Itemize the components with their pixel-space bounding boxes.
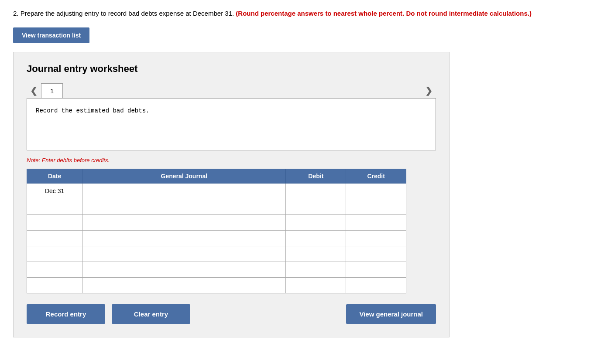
credit-input-4[interactable] <box>346 231 406 246</box>
table-row: Dec 31 <box>27 183 406 199</box>
credit-input-1[interactable] <box>346 184 406 199</box>
table-row <box>27 199 406 214</box>
buttons-row: Record entry Clear entry View general jo… <box>27 304 436 324</box>
tab-content-box: Record the estimated bad debts. <box>27 98 436 150</box>
table-row <box>27 246 406 262</box>
credit-cell-3[interactable] <box>346 214 406 230</box>
general-journal-cell-6[interactable] <box>82 262 286 277</box>
debit-cell-3[interactable] <box>286 214 346 230</box>
general-journal-input-1[interactable] <box>82 184 285 199</box>
debit-cell-7[interactable] <box>286 277 346 293</box>
col-header-general-journal: General Journal <box>82 169 286 183</box>
journal-table: Date General Journal Debit Credit Dec 31 <box>27 169 406 293</box>
date-cell-2 <box>27 199 82 214</box>
prev-tab-button[interactable]: ❮ <box>27 83 41 98</box>
general-journal-input-2[interactable] <box>82 199 285 214</box>
date-cell-4 <box>27 230 82 246</box>
debit-cell-6[interactable] <box>286 262 346 277</box>
debit-input-5[interactable] <box>286 246 346 262</box>
credit-input-3[interactable] <box>346 215 406 230</box>
tab-1[interactable]: 1 <box>41 83 63 98</box>
credit-cell-1[interactable] <box>346 183 406 199</box>
date-cell-6 <box>27 262 82 277</box>
tab-content-text: Record the estimated bad debts. <box>36 107 427 114</box>
general-journal-input-6[interactable] <box>82 262 285 277</box>
tab-nav-row: ❮ 1 ❯ <box>27 83 436 98</box>
view-transaction-list-button[interactable]: View transaction list <box>13 27 89 43</box>
date-cell-3 <box>27 214 82 230</box>
credit-cell-2[interactable] <box>346 199 406 214</box>
debit-cell-5[interactable] <box>286 246 346 262</box>
table-row <box>27 214 406 230</box>
credit-input-2[interactable] <box>346 199 406 214</box>
debit-input-4[interactable] <box>286 231 346 246</box>
table-row <box>27 262 406 277</box>
date-cell-1: Dec 31 <box>27 183 82 199</box>
general-journal-cell-1[interactable] <box>82 183 286 199</box>
note-text: Note: Enter debits before credits. <box>27 157 436 163</box>
general-journal-cell-7[interactable] <box>82 277 286 293</box>
debit-input-6[interactable] <box>286 262 346 277</box>
credit-input-5[interactable] <box>346 246 406 262</box>
clear-entry-button[interactable]: Clear entry <box>112 304 190 324</box>
credit-cell-5[interactable] <box>346 246 406 262</box>
credit-cell-6[interactable] <box>346 262 406 277</box>
debit-input-1[interactable] <box>286 184 346 199</box>
debit-cell-4[interactable] <box>286 230 346 246</box>
debit-input-2[interactable] <box>286 199 346 214</box>
general-journal-cell-4[interactable] <box>82 230 286 246</box>
question-number: 2. <box>13 10 19 17</box>
general-journal-input-4[interactable] <box>82 231 285 246</box>
credit-input-6[interactable] <box>346 262 406 277</box>
credit-cell-7[interactable] <box>346 277 406 293</box>
credit-input-7[interactable] <box>346 278 406 293</box>
general-journal-cell-2[interactable] <box>82 199 286 214</box>
view-general-journal-button[interactable]: View general journal <box>346 304 436 324</box>
general-journal-cell-5[interactable] <box>82 246 286 262</box>
question-text-bold-red: (Round percentage answers to nearest who… <box>236 10 532 17</box>
general-journal-input-3[interactable] <box>82 215 285 230</box>
col-header-date: Date <box>27 169 82 183</box>
question-text-normal: Prepare the adjusting entry to record ba… <box>21 10 236 17</box>
debit-cell-2[interactable] <box>286 199 346 214</box>
worksheet-title: Journal entry worksheet <box>27 63 436 75</box>
debit-cell-1[interactable] <box>286 183 346 199</box>
credit-cell-4[interactable] <box>346 230 406 246</box>
question-text: 2. Prepare the adjusting entry to record… <box>13 9 598 19</box>
date-cell-7 <box>27 277 82 293</box>
col-header-credit: Credit <box>346 169 406 183</box>
general-journal-input-7[interactable] <box>82 278 285 293</box>
col-header-debit: Debit <box>286 169 346 183</box>
next-tab-button[interactable]: ❯ <box>422 83 436 98</box>
record-entry-button[interactable]: Record entry <box>27 304 105 324</box>
table-row <box>27 277 406 293</box>
general-journal-cell-3[interactable] <box>82 214 286 230</box>
worksheet-container: Journal entry worksheet ❮ 1 ❯ Record the… <box>13 52 450 337</box>
debit-input-3[interactable] <box>286 215 346 230</box>
table-row <box>27 230 406 246</box>
general-journal-input-5[interactable] <box>82 246 285 262</box>
debit-input-7[interactable] <box>286 278 346 293</box>
date-cell-5 <box>27 246 82 262</box>
